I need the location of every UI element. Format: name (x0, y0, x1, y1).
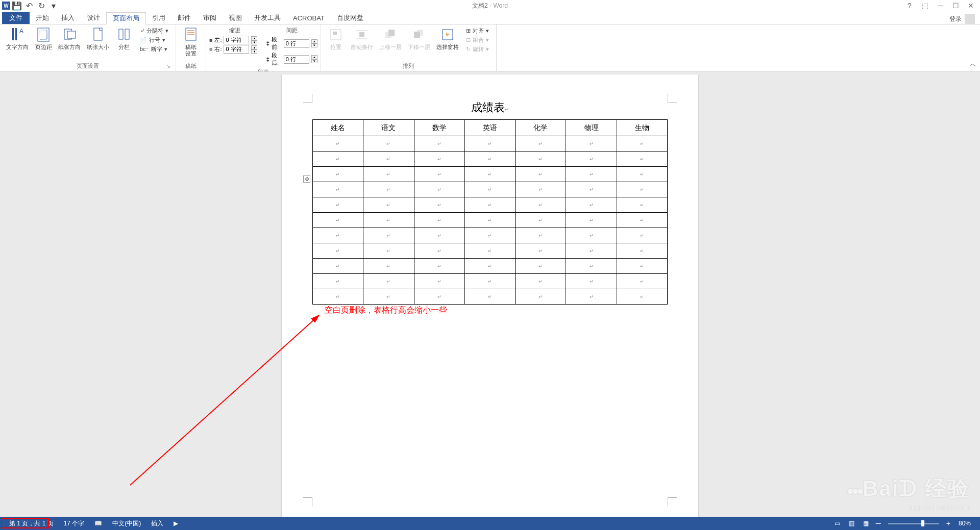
table-row[interactable]: ↵↵↵↵↵↵↵ (313, 243, 668, 259)
table-cell[interactable]: ↵ (617, 197, 667, 213)
table-cell[interactable]: ↵ (566, 167, 617, 182)
table-header-cell[interactable]: 语文 (363, 120, 414, 136)
spacing-before-down[interactable]: ▼ (311, 43, 317, 47)
table-cell[interactable]: ↵ (566, 243, 617, 259)
table-cell[interactable]: ↵ (414, 167, 464, 182)
help-button[interactable]: ? (902, 1, 917, 11)
tab-developer[interactable]: 开发工具 (248, 12, 287, 24)
table-cell[interactable]: ↵ (363, 289, 414, 305)
table-cell[interactable]: ↵ (313, 213, 363, 228)
tab-mailings[interactable]: 邮件 (172, 12, 197, 24)
table-cell[interactable]: ↵ (363, 228, 414, 243)
table-cell[interactable]: ↵ (464, 167, 515, 182)
table-header-cell[interactable]: 英语 (464, 120, 515, 136)
table-row[interactable]: ↵↵↵↵↵↵↵ (313, 136, 668, 152)
table-cell[interactable]: ↵ (566, 228, 617, 243)
spacing-before-up[interactable]: ▲ (311, 39, 317, 43)
table-cell[interactable]: ↵ (516, 152, 566, 167)
table-cell[interactable]: ↵ (464, 182, 515, 197)
page-setup-launcher[interactable]: ↘ (165, 64, 172, 70)
grade-table[interactable]: 姓名 语文 数学 英语 化学 物理 生物 ↵↵↵↵↵↵↵↵↵↵↵↵↵↵↵↵↵↵↵… (312, 119, 668, 305)
ribbon-display-button[interactable]: ⬚ (918, 1, 932, 11)
table-cell[interactable]: ↵ (363, 182, 414, 197)
table-cell[interactable]: ↵ (464, 136, 515, 152)
table-row[interactable]: ↵↵↵↵↵↵↵ (313, 228, 668, 243)
paper-size-button[interactable]: 纸张大小 (84, 26, 112, 52)
tab-review[interactable]: 审阅 (197, 12, 223, 24)
table-move-handle[interactable]: ✥ (303, 175, 310, 183)
table-header-cell[interactable]: 数学 (414, 120, 464, 136)
table-row[interactable]: ↵↵↵↵↵↵↵ (313, 167, 668, 182)
status-word-count[interactable]: 17 个字 (59, 517, 90, 530)
table-header-row[interactable]: 姓名 语文 数学 英语 化学 物理 生物 (313, 120, 668, 136)
table-row[interactable]: ↵↵↵↵↵↵↵ (313, 152, 668, 167)
tab-file[interactable]: 文件 (2, 12, 30, 24)
spacing-after-down[interactable]: ▼ (311, 59, 317, 63)
table-cell[interactable]: ↵ (617, 167, 667, 182)
table-cell[interactable]: ↵ (617, 243, 667, 259)
breaks-button[interactable]: ⤶分隔符 ▾ (137, 27, 172, 35)
view-print-button[interactable]: ▥ (845, 518, 859, 529)
margins-button[interactable]: 页边距 (32, 26, 55, 52)
minimize-button[interactable]: ─ (933, 1, 947, 11)
table-cell[interactable]: ↵ (363, 167, 414, 182)
zoom-slider[interactable] (888, 523, 939, 524)
collapse-ribbon-button[interactable]: ヘ (970, 61, 976, 69)
table-cell[interactable]: ↵ (516, 197, 566, 213)
tab-insert[interactable]: 插入 (55, 12, 81, 24)
table-cell[interactable]: ↵ (617, 274, 667, 289)
indent-left-input[interactable] (224, 36, 249, 44)
indent-left-down[interactable]: ▼ (251, 40, 257, 44)
tab-design[interactable]: 设计 (81, 12, 106, 24)
table-cell[interactable]: ↵ (313, 228, 363, 243)
table-header-cell[interactable]: 化学 (516, 120, 566, 136)
draft-settings-button[interactable]: 稿纸 设置 (179, 26, 203, 58)
table-cell[interactable]: ↵ (464, 274, 515, 289)
table-cell[interactable]: ↵ (617, 228, 667, 243)
table-cell[interactable]: ↵ (617, 152, 667, 167)
table-cell[interactable]: ↵ (414, 152, 464, 167)
table-row[interactable]: ↵↵↵↵↵↵↵ (313, 274, 668, 289)
columns-button[interactable]: 分栏 (112, 26, 136, 52)
table-cell[interactable]: ↵ (617, 289, 667, 305)
table-cell[interactable]: ↵ (464, 259, 515, 274)
table-cell[interactable]: ↵ (464, 213, 515, 228)
table-row[interactable]: ↵↵↵↵↵↵↵ (313, 213, 668, 228)
view-web-button[interactable]: ▦ (860, 518, 873, 529)
status-spell-check[interactable]: 📖 (89, 517, 107, 530)
document-title[interactable]: 成绩表↵ (312, 100, 668, 115)
table-cell[interactable]: ↵ (414, 228, 464, 243)
table-cell[interactable]: ↵ (363, 259, 414, 274)
zoom-out-button[interactable]: ─ (874, 519, 883, 527)
tab-view[interactable]: 视图 (223, 12, 248, 24)
qat-redo-button[interactable]: ↻ (36, 1, 47, 11)
table-cell[interactable]: ↵ (566, 197, 617, 213)
table-cell[interactable]: ↵ (566, 274, 617, 289)
table-cell[interactable]: ↵ (566, 259, 617, 274)
spacing-after-up[interactable]: ▲ (311, 55, 317, 59)
table-cell[interactable]: ↵ (617, 136, 667, 152)
indent-left-up[interactable]: ▲ (251, 36, 257, 40)
table-cell[interactable]: ↵ (313, 167, 363, 182)
indent-right-up[interactable]: ▲ (251, 45, 257, 49)
table-cell[interactable]: ↵ (617, 213, 667, 228)
table-cell[interactable]: ↵ (516, 213, 566, 228)
table-cell[interactable]: ↵ (516, 228, 566, 243)
text-direction-button[interactable]: A 文字方向 (3, 26, 32, 52)
table-cell[interactable]: ↵ (566, 136, 617, 152)
table-cell[interactable]: ↵ (363, 243, 414, 259)
login-link[interactable]: 登录 (949, 15, 962, 23)
table-cell[interactable]: ↵ (464, 197, 515, 213)
spacing-after-input[interactable] (284, 55, 309, 64)
qat-save-button[interactable]: 💾 (11, 1, 22, 11)
table-cell[interactable]: ↵ (313, 182, 363, 197)
selection-pane-button[interactable]: 选择窗格 (433, 26, 462, 52)
line-numbers-button[interactable]: 📄行号 ▾ (137, 36, 172, 44)
document-area[interactable]: ✥ 成绩表↵ 姓名 语文 数学 英语 化学 物理 生物 ↵↵↵↵↵↵↵↵↵↵↵↵… (0, 71, 980, 517)
hyphenation-button[interactable]: bc⁻断字 ▾ (137, 45, 172, 54)
orientation-button[interactable]: 纸张方向 (55, 26, 84, 52)
status-language[interactable]: 中文(中国) (107, 517, 146, 530)
table-cell[interactable]: ↵ (516, 274, 566, 289)
status-insert-mode[interactable]: 插入 (146, 517, 168, 530)
tab-references[interactable]: 引用 (146, 12, 172, 24)
